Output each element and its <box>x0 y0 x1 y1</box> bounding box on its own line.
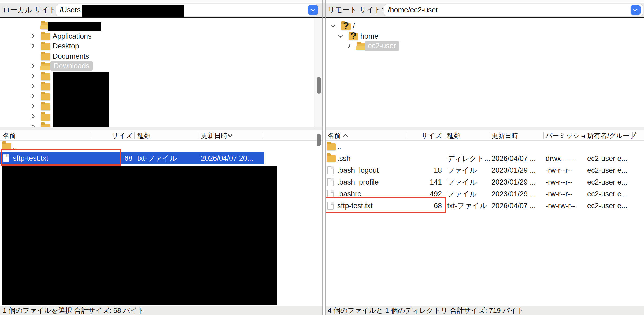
folder-icon <box>41 114 50 121</box>
remote-path-dropdown-button[interactable] <box>631 5 641 15</box>
chevron-down-icon <box>633 8 638 12</box>
column-header-owner-group[interactable]: 所有者/グループ <box>587 130 636 141</box>
folder-icon <box>41 53 50 60</box>
file-type: ファイル <box>447 188 477 200</box>
column-header-name[interactable]: 名前 <box>328 130 341 141</box>
file-owner: ec2-user e... <box>587 188 627 200</box>
file-owner: ec2-user e... <box>587 164 627 176</box>
panel-splitter-line[interactable] <box>322 0 323 315</box>
redaction-box-local-path <box>82 5 184 17</box>
file-modified: 2023/01/29 ... <box>491 176 536 188</box>
file-name: .bash_logout <box>337 164 379 176</box>
file-modified: 2026/04/07 ... <box>491 200 536 212</box>
column-divider <box>134 132 135 139</box>
column-header-size[interactable]: サイズ <box>95 130 132 141</box>
chevron-right-icon[interactable] <box>30 84 35 88</box>
column-header-modified[interactable]: 更新日時 <box>491 130 518 141</box>
column-header-type[interactable]: 種類 <box>137 130 151 141</box>
column-divider <box>199 132 199 139</box>
local-tree-item-downloads[interactable]: Downloads <box>0 61 314 71</box>
folder-open-icon <box>41 63 50 70</box>
folder-question-icon <box>341 23 351 30</box>
file-permissions: -rw-r--r-- <box>546 176 572 188</box>
remote-list-row-ssh[interactable]: .ssh ディレクト... 2026/04/07 ... drwx------ … <box>325 153 644 164</box>
file-icon <box>327 178 334 186</box>
chevron-right-icon[interactable] <box>30 74 35 78</box>
column-header-name[interactable]: 名前 <box>3 130 16 141</box>
local-tree-item-applications[interactable]: Applications <box>0 31 314 41</box>
tree-item-label: Desktop <box>53 42 79 51</box>
folder-icon <box>41 73 50 80</box>
chevron-right-icon[interactable] <box>30 114 35 119</box>
column-header-modified[interactable]: 更新日時 <box>201 130 228 141</box>
file-permissions: -rw-rw-r-- <box>546 200 575 212</box>
scrollbar-thumb[interactable] <box>317 77 321 94</box>
remote-list-row-bash-logout[interactable]: .bash_logout 18 ファイル 2023/01/29 ... -rw-… <box>325 164 644 176</box>
tree-item-label: Applications <box>53 32 92 41</box>
file-type: txt-ファイル <box>447 200 487 212</box>
file-modified: 2023/01/29 ... <box>491 188 536 200</box>
chevron-right-icon[interactable] <box>30 34 35 38</box>
column-divider <box>263 132 263 139</box>
remote-tree-item-ec2-user[interactable]: ec2-user <box>326 41 644 51</box>
local-tree-item-redacted[interactable] <box>0 111 314 122</box>
column-divider <box>543 132 544 139</box>
folder-icon <box>327 143 336 150</box>
local-tree-scrollbar[interactable] <box>314 18 322 127</box>
file-name: .. <box>337 141 341 153</box>
file-type: ディレクト... <box>447 153 490 164</box>
file-modified: 2026/04/07 20... <box>201 152 253 164</box>
file-type: txt-ファイル <box>137 152 177 164</box>
tree-item-label: / <box>353 21 355 31</box>
chevron-right-icon[interactable] <box>346 44 351 48</box>
local-path-value: /Users <box>60 6 81 14</box>
tree-item-label-selected: Downloads <box>50 61 93 71</box>
column-divider <box>632 132 633 139</box>
column-header-size[interactable]: サイズ <box>409 130 442 141</box>
local-tree-item-redacted[interactable] <box>0 81 314 91</box>
local-tree-item-documents[interactable]: Documents <box>0 51 314 61</box>
file-modified: 2026/04/07 ... <box>491 153 536 164</box>
remote-list-row-bash-profile[interactable]: .bash_profile 141 ファイル 2023/01/29 ... -r… <box>325 176 644 188</box>
file-name: .bash_profile <box>337 176 379 188</box>
remote-tree-item-home[interactable]: home <box>326 31 644 41</box>
chevron-right-icon[interactable] <box>30 104 35 108</box>
chevron-right-icon[interactable] <box>30 44 35 48</box>
tree-item-label-selected: ec2-user <box>365 41 399 51</box>
local-path-dropdown-button[interactable] <box>308 5 318 15</box>
folder-icon <box>41 83 50 90</box>
panel-splitter-line[interactable] <box>325 0 326 315</box>
remote-tree-item-root[interactable]: / <box>326 21 644 31</box>
tree-item-label: Documents <box>53 52 89 61</box>
remote-site-label: リモート サイト: <box>328 3 383 17</box>
local-site-label: ローカル サイト: <box>3 3 58 17</box>
chevron-down-icon[interactable] <box>331 23 336 28</box>
column-divider <box>490 132 490 139</box>
local-tree-item-redacted[interactable] <box>0 91 314 102</box>
redaction-box-tree-item <box>48 22 101 31</box>
local-tree-item-redacted[interactable] <box>0 71 314 81</box>
remote-path-input[interactable]: /home/ec2-user <box>384 4 643 16</box>
local-pane-splitter[interactable] <box>0 127 322 130</box>
chevron-down-icon[interactable] <box>338 33 343 38</box>
remote-list-header: 名前 サイズ 種類 更新日時 パーミッション 所有者/グループ <box>325 130 644 141</box>
file-permissions: -rw-r--r-- <box>546 164 572 176</box>
file-type: ファイル <box>447 164 477 176</box>
remote-list-row-up[interactable]: .. <box>325 141 644 153</box>
local-tree-item-redacted[interactable] <box>0 21 314 31</box>
column-header-type[interactable]: 種類 <box>447 130 461 141</box>
chevron-right-icon[interactable] <box>30 64 35 68</box>
file-name: .ssh <box>337 153 351 164</box>
local-tree-item-desktop[interactable]: Desktop <box>0 41 314 51</box>
chevron-right-icon[interactable] <box>30 94 35 99</box>
remote-path-value: /home/ec2-user <box>388 6 438 14</box>
redaction-box-local-list <box>2 166 277 305</box>
remote-pane-splitter[interactable] <box>325 127 644 130</box>
file-permissions: -rw-r--r-- <box>546 188 572 200</box>
redaction-box-tree-items <box>53 72 109 129</box>
column-divider <box>585 132 585 139</box>
local-tree-item-redacted[interactable] <box>0 101 314 111</box>
file-type: ファイル <box>447 176 477 188</box>
column-header-permissions[interactable]: パーミッション <box>546 130 594 141</box>
folder-icon <box>41 93 50 100</box>
